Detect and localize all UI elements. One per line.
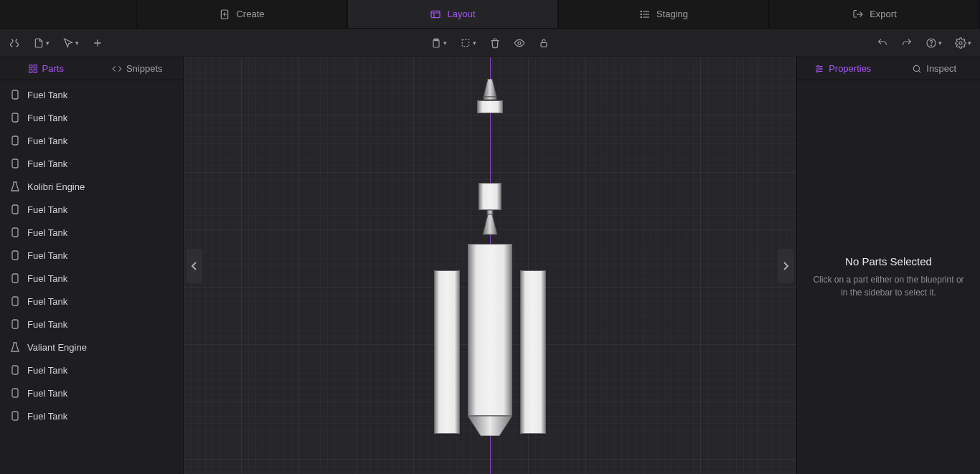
- chevron-down-icon: ▾: [46, 39, 50, 47]
- list-item[interactable]: Valiant Engine: [0, 336, 183, 359]
- settings-button[interactable]: ▾: [955, 37, 971, 49]
- collapse-right-panel[interactable]: [778, 249, 793, 283]
- visibility-button[interactable]: [514, 37, 525, 49]
- clipboard-button[interactable]: ▾: [430, 37, 447, 49]
- chevron-down-icon: ▾: [443, 39, 447, 47]
- tab-snippets[interactable]: Snippets: [92, 57, 184, 80]
- canvas-part-fueltank-core[interactable]: [468, 244, 512, 416]
- list-item[interactable]: Kolibri Engine: [0, 175, 183, 198]
- part-label: Fuel Tank: [27, 90, 67, 100]
- svg-point-7: [641, 16, 641, 17]
- canvas-part-fueltank[interactable]: [477, 100, 503, 113]
- tab-export[interactable]: Export: [769, 0, 980, 28]
- list-item[interactable]: Fuel Tank: [0, 83, 183, 106]
- list-item[interactable]: Fuel Tank: [0, 404, 183, 427]
- tank-icon: [10, 250, 20, 260]
- part-label: Fuel Tank: [27, 227, 67, 238]
- tank-icon: [10, 273, 20, 283]
- tank-icon: [10, 113, 20, 123]
- svg-rect-23: [12, 136, 18, 145]
- tank-icon: [10, 365, 20, 375]
- svg-point-45: [914, 65, 920, 71]
- canvas-part-cone[interactable]: [468, 416, 512, 436]
- part-label: Fuel Tank: [27, 136, 67, 146]
- svg-rect-13: [541, 42, 547, 47]
- chevron-down-icon: ▾: [75, 39, 79, 47]
- sidebar-right: Properties Inspect No Parts Selected Cli…: [796, 57, 980, 474]
- part-label: Fuel Tank: [27, 250, 67, 261]
- export-icon: [852, 9, 864, 20]
- canvas-part-booster-right[interactable]: [520, 270, 546, 434]
- tab-properties-label: Properties: [829, 63, 871, 74]
- canvas-part-engine-mid[interactable]: [481, 210, 499, 237]
- tab-create[interactable]: Create: [136, 0, 347, 28]
- svg-rect-30: [12, 320, 18, 328]
- tank-icon: [10, 319, 20, 329]
- tab-parts[interactable]: Parts: [0, 57, 92, 80]
- app-logo[interactable]: [9, 37, 20, 49]
- engine-icon: [10, 342, 20, 352]
- part-label: Fuel Tank: [27, 319, 67, 330]
- svg-rect-28: [12, 274, 18, 283]
- tab-staging[interactable]: Staging: [558, 0, 769, 28]
- list-item[interactable]: Fuel Tank: [0, 152, 183, 175]
- tank-icon: [10, 158, 20, 169]
- file-menu[interactable]: ▾: [33, 37, 50, 49]
- chevron-down-icon: ▾: [968, 39, 971, 47]
- list-item[interactable]: Fuel Tank: [0, 129, 183, 152]
- svg-point-42: [820, 67, 821, 69]
- parts-list: Fuel TankFuel TankFuel TankFuel TankKoli…: [0, 80, 183, 474]
- part-label: Fuel Tank: [27, 365, 67, 376]
- undo-button[interactable]: [877, 37, 888, 49]
- svg-point-12: [518, 42, 521, 44]
- list-item[interactable]: Fuel Tank: [0, 290, 183, 313]
- selection-button[interactable]: ▾: [460, 37, 476, 49]
- part-label: Kolibri Engine: [27, 181, 85, 192]
- empty-state-title: No Parts Selected: [845, 255, 932, 267]
- svg-rect-21: [12, 90, 18, 99]
- list-item[interactable]: Fuel Tank: [0, 198, 183, 221]
- part-label: Fuel Tank: [27, 113, 67, 123]
- part-label: Valiant Engine: [27, 342, 87, 353]
- list-item[interactable]: Fuel Tank: [0, 221, 183, 244]
- svg-marker-38: [468, 416, 512, 436]
- lock-button[interactable]: [538, 37, 550, 49]
- collapse-left-panel[interactable]: [187, 249, 202, 283]
- list-item[interactable]: Fuel Tank: [0, 267, 183, 290]
- list-item[interactable]: Fuel Tank: [0, 359, 183, 381]
- topbar: CreateLayoutStagingExport: [0, 0, 980, 29]
- svg-rect-36: [487, 210, 493, 214]
- add-button[interactable]: [92, 37, 103, 49]
- tab-properties[interactable]: Properties: [797, 57, 889, 80]
- svg-rect-33: [12, 412, 18, 420]
- tab-parts-label: Parts: [42, 63, 64, 74]
- tab-label: Export: [870, 9, 897, 19]
- canvas-part-fueltank[interactable]: [479, 183, 501, 210]
- tab-layout[interactable]: Layout: [347, 0, 558, 28]
- tank-icon: [10, 204, 20, 214]
- tab-label: Create: [236, 9, 264, 19]
- svg-rect-27: [12, 251, 18, 260]
- svg-rect-31: [12, 366, 18, 374]
- tab-inspect[interactable]: Inspect: [889, 57, 981, 80]
- list-item[interactable]: Fuel Tank: [0, 313, 183, 336]
- part-label: Fuel Tank: [27, 388, 67, 399]
- svg-point-16: [959, 42, 962, 44]
- canvas[interactable]: [184, 57, 796, 474]
- redo-button[interactable]: [901, 37, 913, 49]
- help-button[interactable]: ▾: [925, 37, 942, 49]
- canvas-part-booster-left[interactable]: [434, 270, 460, 434]
- svg-point-15: [930, 44, 931, 45]
- list-item[interactable]: Fuel Tank: [0, 244, 183, 267]
- delete-button[interactable]: [489, 37, 501, 49]
- cursor-tool[interactable]: ▾: [62, 37, 79, 49]
- engine-icon: [10, 181, 20, 191]
- svg-rect-18: [34, 65, 37, 67]
- list-item[interactable]: Fuel Tank: [0, 381, 183, 404]
- svg-rect-24: [12, 159, 18, 168]
- tank-icon: [10, 388, 20, 398]
- svg-marker-34: [484, 79, 496, 97]
- svg-rect-11: [462, 39, 468, 46]
- canvas-part-engine-top[interactable]: [482, 79, 498, 100]
- list-item[interactable]: Fuel Tank: [0, 106, 183, 129]
